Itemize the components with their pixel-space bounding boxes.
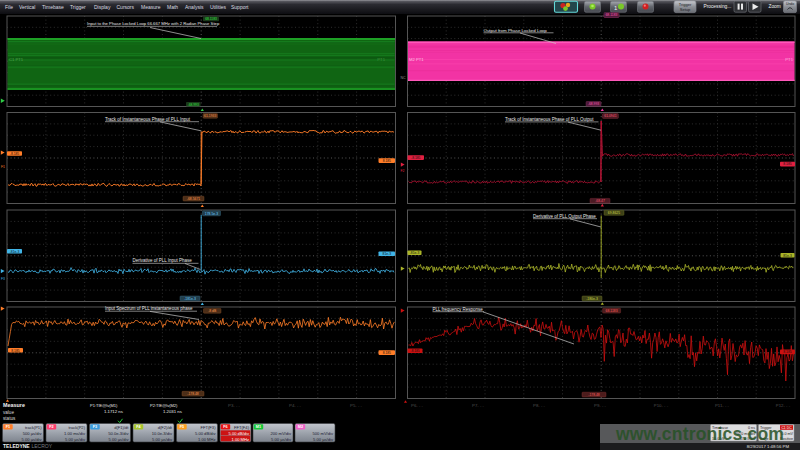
svg-text:P8- - -: P8- - - xyxy=(533,403,546,408)
svg-text:www.cntronics.com: www.cntronics.com xyxy=(615,424,784,444)
svg-text:Math: Math xyxy=(167,4,178,10)
svg-text:-180e-3: -180e-3 xyxy=(586,297,598,301)
svg-text:Cursors: Cursors xyxy=(117,4,135,10)
svg-text:F3: F3 xyxy=(1,277,5,281)
svg-text:Undo: Undo xyxy=(786,2,794,6)
svg-text:P1:TIE@lv(M1): P1:TIE@lv(M1) xyxy=(90,403,118,408)
svg-text:F3: F3 xyxy=(93,425,97,429)
svg-text:status: status xyxy=(3,416,16,421)
svg-text:track(P1): track(P1) xyxy=(25,425,42,430)
svg-text:-8 dB: -8 dB xyxy=(208,309,217,313)
svg-text:File: File xyxy=(5,4,13,10)
svg-text:F1: F1 xyxy=(1,165,5,169)
svg-text:61.0941: 61.0941 xyxy=(604,114,616,118)
svg-text:5.00 µs/div: 5.00 µs/div xyxy=(22,437,43,442)
svg-text:-181e-3: -181e-3 xyxy=(184,297,196,301)
svg-text:Input Spectrum of PLL instanta: Input Spectrum of PLL instantaneous phas… xyxy=(105,306,193,311)
svg-text:PLL frequency Response: PLL frequency Response xyxy=(433,307,484,312)
svg-text:Measure: Measure xyxy=(3,402,25,408)
svg-text:F2: F2 xyxy=(401,169,405,173)
svg-text:5.00 µs/div: 5.00 µs/div xyxy=(152,437,173,442)
svg-text:F5: F5 xyxy=(180,425,184,429)
svg-text:50.0e-3/div: 50.0e-3/div xyxy=(108,431,129,436)
svg-text:PT1: PT1 xyxy=(377,57,385,62)
svg-text:P9- - -: P9- - - xyxy=(594,403,607,408)
svg-text:-178.48: -178.48 xyxy=(187,392,199,396)
svg-text:TELEDYNE: TELEDYNE xyxy=(3,443,30,449)
svg-text:P3- - -: P3- - - xyxy=(228,403,241,408)
svg-text:FFT(F4): FFT(F4) xyxy=(234,425,250,430)
svg-text:5.00 µs/div: 5.00 µs/div xyxy=(65,437,86,442)
svg-text:Timebase: Timebase xyxy=(42,4,64,10)
svg-text:Setup: Setup xyxy=(680,7,691,12)
svg-text:P4- - -: P4- - - xyxy=(289,403,302,408)
svg-text:1.00 MHz: 1.00 MHz xyxy=(198,437,216,442)
svg-text:200 mV/div: 200 mV/div xyxy=(271,431,292,436)
svg-text:F2: F2 xyxy=(49,425,53,429)
svg-text:-68.5671: -68.5671 xyxy=(187,197,200,201)
svg-text:LECROY: LECROY xyxy=(32,443,53,449)
svg-text:Trigger: Trigger xyxy=(70,4,86,10)
svg-text:5.00 µs/div: 5.00 µs/div xyxy=(313,437,334,442)
svg-text:8.185: 8.185 xyxy=(783,350,791,354)
svg-text:8.185: 8.185 xyxy=(11,349,19,353)
svg-text:81e-3: 81e-3 xyxy=(783,254,792,258)
svg-text:178.5e-3: 178.5e-3 xyxy=(205,212,218,216)
svg-text:68.1183: 68.1183 xyxy=(205,17,217,21)
svg-text:P6- - -: P6- - - xyxy=(411,403,424,408)
svg-text:81e-3: 81e-3 xyxy=(383,252,392,256)
svg-text:P2:TIE@lv(M2): P2:TIE@lv(M2) xyxy=(150,403,178,408)
svg-text:track(P2): track(P2) xyxy=(68,425,85,430)
svg-text:5.00 µs/div: 5.00 µs/div xyxy=(109,437,130,442)
svg-text:Zoom: Zoom xyxy=(769,4,781,9)
svg-text:Display: Display xyxy=(94,4,111,10)
svg-text:5.00 µs/div: 5.00 µs/div xyxy=(271,437,292,442)
svg-text:-8.185: -8.185 xyxy=(10,152,20,156)
svg-text:P11- - -: P11- - - xyxy=(715,403,730,408)
svg-text:68.1183: 68.1183 xyxy=(606,309,618,313)
svg-text:value: value xyxy=(3,410,14,415)
svg-text:Track of Instantaneous Phase o: Track of Instantaneous Phase of PLL Inpu… xyxy=(105,117,191,122)
svg-text:d(F2)/dt: d(F2)/dt xyxy=(158,425,173,430)
svg-text:1.1712 ns: 1.1712 ns xyxy=(104,409,123,414)
svg-text:P7- - -: P7- - - xyxy=(472,403,485,408)
svg-text:8/29/2017 1:48:56 PM: 8/29/2017 1:48:56 PM xyxy=(747,444,790,449)
svg-text:P5- - -: P5- - - xyxy=(350,403,363,408)
svg-text:500 µs/div: 500 µs/div xyxy=(23,431,43,436)
svg-text:8.185: 8.185 xyxy=(383,351,391,355)
svg-text:500 mV/div: 500 mV/div xyxy=(313,431,334,436)
svg-text:P12- - -: P12- - - xyxy=(776,403,791,408)
svg-text:Vertical: Vertical xyxy=(19,4,35,10)
svg-text:1.00 ms/div: 1.00 ms/div xyxy=(64,431,86,436)
svg-text:-81e-3: -81e-3 xyxy=(410,251,420,255)
svg-text:-81e-3: -81e-3 xyxy=(10,250,20,254)
svg-text:Utilities: Utilities xyxy=(210,4,227,10)
svg-text:Output from Phase Locked Loop: Output from Phase Locked Loop xyxy=(484,28,548,33)
svg-text:-8.185: -8.185 xyxy=(410,349,420,353)
svg-text:-68.993: -68.993 xyxy=(588,102,600,106)
svg-text:Support: Support xyxy=(231,4,249,10)
svg-text:1.00 MHz: 1.00 MHz xyxy=(231,437,249,442)
svg-text:Derivative of PLL Input Phase: Derivative of PLL Input Phase xyxy=(133,258,193,263)
svg-text:NC: NC xyxy=(401,76,407,80)
svg-text:FFT(F3): FFT(F3) xyxy=(200,425,216,430)
svg-text:Processing...: Processing... xyxy=(704,4,732,9)
svg-text:F6: F6 xyxy=(223,425,227,429)
svg-text:1.2031 ns: 1.2031 ns xyxy=(163,409,182,414)
svg-text:68.1183: 68.1183 xyxy=(605,13,617,17)
svg-text:Derivative of PLL Output Phase: Derivative of PLL Output Phase xyxy=(533,214,596,219)
svg-text:Analysis: Analysis xyxy=(185,4,204,10)
svg-text:P10- - -: P10- - - xyxy=(654,403,669,408)
svg-text:Input to the Phase Locked Loop: Input to the Phase Locked Loop 66.667 MH… xyxy=(87,21,220,26)
svg-text:C1 PT1: C1 PT1 xyxy=(9,57,24,62)
svg-text:M2: M2 xyxy=(298,425,303,429)
svg-text:Track of Instantaneous Phase o: Track of Instantaneous Phase of PLL Outp… xyxy=(505,117,594,122)
svg-text:d(F1)/dt: d(F1)/dt xyxy=(114,425,129,430)
svg-text:8.185: 8.185 xyxy=(383,159,391,163)
svg-text:F1: F1 xyxy=(6,425,10,429)
svg-text:5.00 dB/div: 5.00 dB/div xyxy=(195,431,216,436)
svg-text:-8.185: -8.185 xyxy=(411,156,421,160)
svg-text:M1: M1 xyxy=(256,425,261,429)
svg-text:PT1: PT1 xyxy=(785,57,793,62)
svg-text:61.1933: 61.1933 xyxy=(204,114,216,118)
